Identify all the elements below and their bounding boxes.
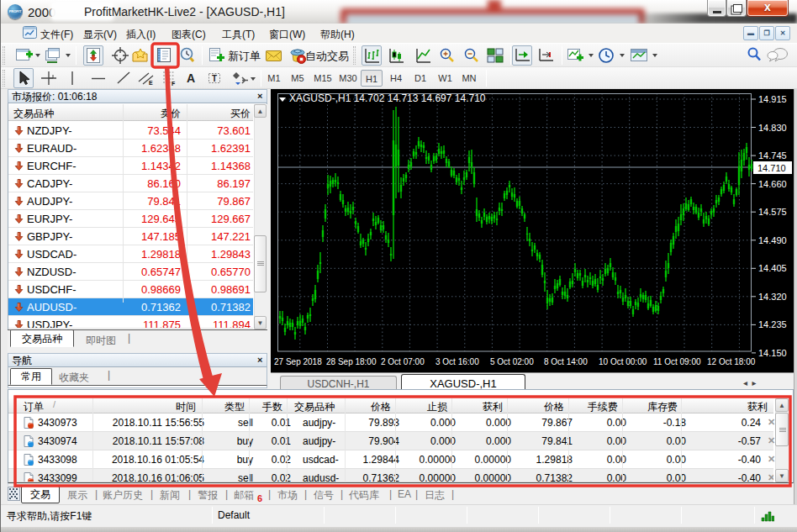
svg-text:14.830: 14.830 bbox=[758, 123, 787, 133]
svg-text:27 Sep 2018: 27 Sep 2018 bbox=[274, 357, 322, 366]
svg-text:8 Oct 14:00: 8 Oct 14:00 bbox=[544, 357, 588, 366]
svg-text:E: E bbox=[149, 80, 153, 86]
svg-text:14.575: 14.575 bbox=[758, 207, 787, 217]
svg-text:14.915: 14.915 bbox=[758, 94, 787, 104]
svg-text:14.320: 14.320 bbox=[758, 292, 787, 302]
svg-text:XAGUSD-,H1 14.702 14.713 14.6: XAGUSD-,H1 14.702 14.713 14.697 14.710 bbox=[289, 92, 486, 104]
svg-text:F: F bbox=[172, 81, 176, 86]
svg-text:14.150: 14.150 bbox=[758, 348, 787, 358]
svg-text:14.710: 14.710 bbox=[757, 163, 786, 173]
svg-text:14.490: 14.490 bbox=[758, 235, 787, 245]
svg-text:14.660: 14.660 bbox=[758, 179, 787, 189]
svg-text:2 Oct 07:00: 2 Oct 07:00 bbox=[381, 357, 425, 366]
svg-text:14.405: 14.405 bbox=[758, 263, 787, 273]
svg-text:28 Sep 18:00: 28 Sep 18:00 bbox=[326, 357, 377, 366]
svg-text:5 Oct 02:00: 5 Oct 02:00 bbox=[490, 357, 534, 366]
svg-text:11 Oct 09:00: 11 Oct 09:00 bbox=[653, 357, 701, 366]
svg-text:T: T bbox=[212, 74, 217, 83]
svg-text:14.235: 14.235 bbox=[758, 319, 787, 329]
svg-text:10 Oct 00:00: 10 Oct 00:00 bbox=[599, 357, 647, 366]
svg-text:12 Oct 18:00: 12 Oct 18:00 bbox=[707, 357, 756, 366]
svg-text:14.745: 14.745 bbox=[758, 150, 787, 161]
svg-text:3 Oct 16:00: 3 Oct 16:00 bbox=[435, 357, 479, 366]
